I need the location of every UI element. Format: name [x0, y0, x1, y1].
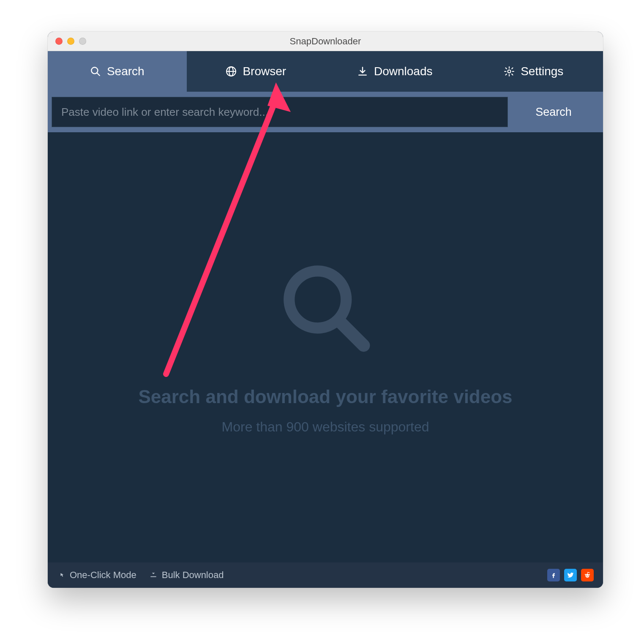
search-icon: [90, 66, 101, 77]
svg-point-10: [586, 575, 587, 576]
main-tabs: Search Browser Downloads Settings: [48, 51, 603, 92]
empty-state: Search and download your favorite videos…: [48, 132, 603, 562]
bulk-download-label: Bulk Download: [162, 570, 224, 581]
app-window: SnapDownloader Search Browser Downloads: [48, 32, 603, 588]
facebook-link[interactable]: [547, 569, 560, 581]
svg-point-12: [589, 574, 590, 575]
titlebar: SnapDownloader: [48, 32, 603, 51]
reddit-link[interactable]: [581, 569, 594, 581]
twitter-link[interactable]: [564, 569, 577, 581]
svg-line-8: [340, 322, 363, 345]
svg-point-6: [508, 70, 511, 73]
tab-settings[interactable]: Settings: [464, 51, 603, 92]
footer-bar: One-Click Mode Bulk Download: [48, 562, 603, 588]
tab-browser-label: Browser: [243, 65, 286, 78]
empty-state-search-icon: [278, 260, 373, 357]
one-click-mode-label: One-Click Mode: [70, 570, 136, 581]
window-controls: [55, 38, 86, 45]
click-icon: [57, 570, 65, 581]
close-window-button[interactable]: [55, 38, 63, 45]
tab-search[interactable]: Search: [48, 51, 187, 92]
svg-point-14: [589, 572, 589, 573]
search-bar-row: Search: [48, 92, 603, 132]
svg-point-11: [588, 575, 589, 576]
search-button[interactable]: Search: [508, 97, 599, 127]
gear-icon: [504, 66, 515, 77]
svg-point-13: [585, 574, 586, 575]
one-click-mode-button[interactable]: One-Click Mode: [57, 570, 136, 581]
download-icon: [357, 66, 368, 77]
svg-line-1: [97, 73, 100, 76]
empty-state-headline: Search and download your favorite videos: [138, 386, 512, 407]
tab-settings-label: Settings: [521, 65, 563, 78]
tab-downloads[interactable]: Downloads: [325, 51, 464, 92]
svg-point-9: [586, 574, 589, 578]
tab-browser[interactable]: Browser: [187, 51, 326, 92]
empty-state-subline: More than 900 websites supported: [222, 419, 429, 435]
bulk-download-button[interactable]: Bulk Download: [149, 570, 224, 581]
window-title: SnapDownloader: [48, 36, 603, 47]
maximize-window-button[interactable]: [79, 38, 86, 45]
globe-icon: [226, 66, 237, 77]
social-links: [547, 569, 594, 581]
tab-downloads-label: Downloads: [374, 65, 433, 78]
bulk-download-icon: [149, 570, 158, 581]
minimize-window-button[interactable]: [67, 38, 74, 45]
search-input[interactable]: [52, 97, 508, 127]
tab-search-label: Search: [107, 65, 145, 78]
